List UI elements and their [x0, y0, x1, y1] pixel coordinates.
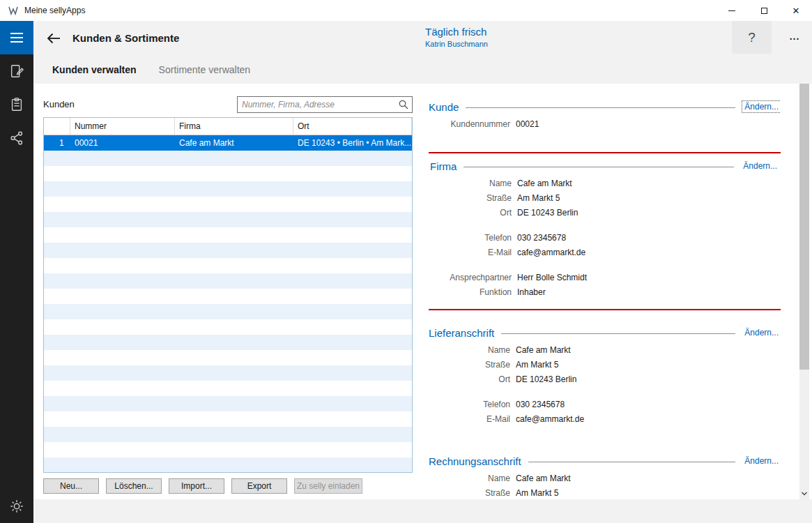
table-row-empty[interactable]: [44, 350, 412, 365]
field-value: Cafe am Markt: [516, 345, 571, 355]
table-row-empty[interactable]: [44, 365, 412, 381]
field-spacer: [429, 386, 781, 397]
table-row-empty[interactable]: [44, 427, 412, 442]
sidebar-item-settings[interactable]: [0, 490, 33, 523]
table-row-empty[interactable]: [44, 212, 412, 227]
field-value: cafe@ammarkt.de: [517, 248, 585, 257]
table-row-empty[interactable]: [44, 273, 412, 289]
table-row-empty[interactable]: [44, 304, 412, 319]
document-pen-icon: [9, 63, 24, 79]
sidebar: [0, 21, 33, 523]
tab-kunden-verwalten[interactable]: Kunden verwalten: [52, 64, 137, 79]
invite-to-selly-button: Zu selly einladen: [294, 478, 362, 494]
search-icon[interactable]: [398, 99, 409, 110]
field-label: Name: [429, 345, 516, 355]
table-row-selected[interactable]: 100021Cafe am MarktDE 10243 • Berlin • A…: [44, 135, 412, 151]
column-header-Firma[interactable]: Firma: [175, 118, 293, 135]
section-title: Rechnungsanschrift: [429, 455, 521, 467]
import-button[interactable]: Import...: [169, 478, 224, 494]
section-divider: [501, 333, 735, 334]
clipboard-icon: [9, 97, 24, 112]
field-label: Ort: [429, 374, 516, 384]
new-button[interactable]: Neu...: [43, 478, 99, 494]
tab-sortimente-verwalten[interactable]: Sortimente verwalten: [159, 64, 251, 79]
field-value: 030 2345678: [517, 233, 566, 243]
table-row-empty[interactable]: [44, 381, 412, 396]
back-button[interactable]: [43, 28, 64, 49]
table-row-empty[interactable]: [44, 227, 412, 243]
field-label: Straße: [429, 488, 516, 498]
cell-firma: Cafe am Markt: [175, 135, 293, 151]
close-button[interactable]: ✕: [780, 0, 812, 21]
field-row: FunktionInhaber: [430, 285, 779, 299]
field-spacer: [430, 259, 779, 270]
help-button[interactable]: ?: [732, 21, 772, 54]
sidebar-item-customers[interactable]: [0, 54, 33, 88]
section-title: Kunde: [429, 101, 459, 113]
field-row: NameCafe am Markt: [429, 471, 781, 485]
field-row: OrtDE 10243 Berlin: [430, 205, 779, 220]
section-lieferanschrift: LieferanschriftÄndern...NameCafe am Mark…: [429, 326, 781, 426]
window-title: Meine sellyApps: [24, 6, 85, 15]
panel-title: Kunden: [43, 99, 75, 109]
hamburger-menu-button[interactable]: [0, 21, 33, 54]
table-row-empty[interactable]: [44, 181, 412, 197]
search-input[interactable]: [237, 96, 413, 113]
minimize-button[interactable]: [716, 0, 748, 21]
gear-icon: [9, 499, 24, 514]
field-value: DE 10243 Berlin: [517, 208, 578, 218]
field-label: Funktion: [430, 287, 517, 297]
scroll-down-button[interactable]: [799, 488, 809, 499]
field-label: Telefon: [430, 233, 517, 243]
field-label: Ort: [430, 208, 517, 218]
section-rechnungsanschrift: RechnungsanschriftÄndern...NameCafe am M…: [429, 454, 781, 500]
app-window: Meine sellyApps ✕: [0, 0, 812, 523]
field-value: Am Markt 5: [516, 360, 558, 370]
field-row: OrtDE 10243 Berlin: [429, 372, 781, 386]
field-label: Ansprechpartner: [430, 273, 517, 282]
more-options-button[interactable]: ...: [783, 31, 806, 46]
field-row: E-Mailcafe@ammarkt.de: [429, 411, 781, 426]
table-row-empty[interactable]: [44, 243, 412, 258]
field-value: Cafe am Markt: [516, 473, 571, 483]
table-row-empty[interactable]: [44, 411, 412, 427]
change-link[interactable]: Ändern...: [741, 160, 779, 172]
field-row: StraßeAm Markt 5: [430, 190, 779, 205]
field-value: DE 10243 Berlin: [516, 374, 576, 384]
table-row-empty[interactable]: [44, 457, 412, 473]
table-row-empty[interactable]: [44, 442, 412, 457]
maximize-button[interactable]: [748, 0, 780, 21]
column-header-index[interactable]: [44, 118, 70, 135]
field-row: Kundennummer00021: [429, 116, 781, 131]
account-info[interactable]: Täglich frisch Katrin Buschmann: [425, 26, 488, 48]
change-link[interactable]: Ändern...: [742, 327, 781, 338]
column-header-Ort[interactable]: Ort: [293, 118, 412, 135]
field-label: E-Mail: [429, 414, 516, 424]
section-firma: FirmaÄndern...NameCafe am MarktStraßeAm …: [429, 152, 781, 310]
page-title: Kunden & Sortimente: [72, 32, 179, 44]
field-value: cafe@ammarkt.de: [516, 414, 584, 424]
scrollbar-vertical[interactable]: [799, 84, 809, 499]
sidebar-item-share[interactable]: [0, 121, 33, 155]
section-kunde: KundeÄndern...Kundennummer00021: [429, 100, 781, 131]
field-row: AnsprechpartnerHerr Bolle Schmidt: [430, 270, 779, 285]
chevron-down-icon: [801, 491, 808, 497]
table-row-empty[interactable]: [44, 396, 412, 411]
cell-nummer: 00021: [70, 135, 175, 151]
sidebar-item-orders[interactable]: [0, 88, 33, 121]
table-row-empty[interactable]: [44, 319, 412, 335]
table-row-empty[interactable]: [44, 151, 412, 166]
column-header-Nummer[interactable]: Nummer: [70, 118, 175, 135]
change-link[interactable]: Ändern...: [742, 455, 781, 467]
export-button[interactable]: Export: [231, 478, 287, 494]
table-row-empty[interactable]: [44, 289, 412, 304]
table-row-empty[interactable]: [44, 166, 412, 181]
list-button-bar: Neu...Löschen...Import...ExportZu selly …: [43, 478, 413, 494]
change-link[interactable]: Ändern...: [742, 101, 781, 112]
table-row-empty[interactable]: [44, 335, 412, 350]
table-row-empty[interactable]: [44, 197, 412, 212]
delete-button[interactable]: Löschen...: [106, 478, 162, 494]
table-row-empty[interactable]: [44, 258, 412, 273]
hamburger-icon: [10, 33, 23, 34]
scrollbar-thumb[interactable]: [799, 84, 809, 370]
